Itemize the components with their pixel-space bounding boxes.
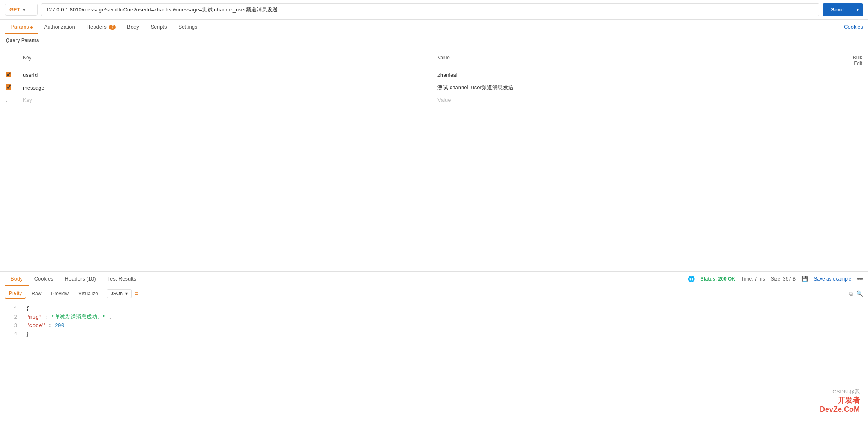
- query-params-title: Query Params: [0, 34, 868, 47]
- tab-authorization[interactable]: Authorization: [38, 20, 81, 34]
- json-line-4: 4 }: [6, 330, 862, 339]
- fmt-tab-preview[interactable]: Preview: [47, 289, 73, 298]
- params-dot: [30, 26, 33, 29]
- tab-settings[interactable]: Settings: [172, 20, 203, 34]
- fmt-tab-visualize[interactable]: Visualize: [74, 289, 102, 298]
- status-badge: Status: 200 OK: [701, 276, 735, 282]
- resp-tab-cookies[interactable]: Cookies: [29, 272, 59, 286]
- response-time: Time: 7 ms: [741, 276, 765, 282]
- resp-tab-test-results[interactable]: Test Results: [101, 272, 142, 286]
- response-section: Body Cookies Headers (10) Test Results 🌐…: [0, 271, 868, 422]
- table-row: message 测试 channel_user频道消息发送: [0, 81, 868, 94]
- table-row-new: Key Value: [0, 94, 868, 106]
- json-line-3: 3 "code" : 200: [6, 322, 862, 330]
- json-chevron-icon: ▾: [125, 291, 128, 296]
- search-icon[interactable]: 🔍: [856, 290, 863, 297]
- tab-params[interactable]: Params: [5, 20, 38, 34]
- row-checkbox-new[interactable]: [6, 97, 11, 102]
- request-tabs: Params Authorization Headers 7 Body Scri…: [0, 20, 868, 34]
- headers-badge: 7: [109, 25, 116, 30]
- response-body: 1 { 2 "msg" : "单独发送消息成功。" , 3 "code" : 2…: [0, 301, 868, 422]
- response-tabs-bar: Body Cookies Headers (10) Test Results 🌐…: [0, 272, 868, 286]
- send-btn-group: Send ▾: [823, 3, 863, 16]
- param-value-2[interactable]: 测试 channel_user频道消息发送: [437, 84, 513, 90]
- new-key-placeholder[interactable]: Key: [23, 97, 32, 103]
- save-as-example-button[interactable]: Save as example: [814, 276, 851, 282]
- param-key-2[interactable]: message: [23, 85, 45, 91]
- url-input[interactable]: [41, 3, 819, 16]
- tab-scripts[interactable]: Scripts: [145, 20, 173, 34]
- globe-icon: 🌐: [688, 276, 695, 282]
- save-icon: 💾: [801, 276, 808, 282]
- bulk-edit-button[interactable]: ⋯ Bulk Edit: [853, 49, 862, 66]
- response-format-bar: Pretty Raw Preview Visualize JSON ▾ ≡ ⧉ …: [0, 286, 868, 301]
- new-value-placeholder[interactable]: Value: [437, 97, 451, 103]
- col-value: Value: [432, 47, 847, 69]
- response-size: Size: 367 B: [771, 276, 796, 282]
- send-arrow-button[interactable]: ▾: [852, 3, 863, 16]
- param-value-1[interactable]: zhanleai: [437, 72, 457, 78]
- fmt-tab-raw[interactable]: Raw: [27, 289, 45, 298]
- copy-search-area: ⧉ 🔍: [849, 290, 863, 297]
- filter-icon[interactable]: ≡: [135, 290, 138, 297]
- copy-icon[interactable]: ⧉: [849, 290, 853, 297]
- send-button[interactable]: Send: [823, 3, 852, 16]
- col-key: Key: [17, 47, 432, 69]
- method-chevron: ▾: [23, 7, 25, 12]
- row-checkbox-2[interactable]: [6, 84, 11, 90]
- fmt-tab-pretty[interactable]: Pretty: [5, 289, 26, 299]
- cookies-link[interactable]: Cookies: [844, 24, 863, 30]
- resp-tab-body[interactable]: Body: [5, 272, 29, 286]
- url-bar: GET ▾ Send ▾: [0, 0, 868, 20]
- json-line-2: 2 "msg" : "单独发送消息成功。" ,: [6, 313, 862, 322]
- tab-headers[interactable]: Headers 7: [81, 20, 121, 34]
- param-key-1[interactable]: userId: [23, 72, 38, 78]
- response-status-bar: 🌐 Status: 200 OK Time: 7 ms Size: 367 B …: [688, 276, 863, 282]
- json-format-selector[interactable]: JSON ▾: [107, 289, 132, 298]
- table-row: userId zhanleai: [0, 69, 868, 81]
- resp-tab-headers[interactable]: Headers (10): [59, 272, 102, 286]
- params-table: Key Value ⋯ Bulk Edit userId zhanleai me…: [0, 47, 868, 106]
- json-line-1: 1 {: [6, 305, 862, 313]
- more-options-button[interactable]: •••: [857, 276, 863, 282]
- method-label: GET: [9, 7, 20, 13]
- method-selector[interactable]: GET ▾: [5, 4, 38, 16]
- row-checkbox-1[interactable]: [6, 72, 11, 77]
- tab-body[interactable]: Body: [121, 20, 145, 34]
